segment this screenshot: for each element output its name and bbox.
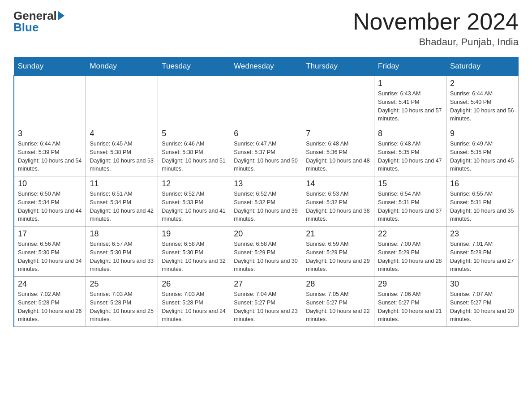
day-number: 29 (378, 279, 442, 289)
day-number: 6 (234, 129, 298, 138)
day-number: 15 (378, 179, 442, 188)
calendar-cell: 3Sunrise: 6:44 AMSunset: 5:39 PMDaylight… (14, 126, 86, 176)
day-number: 1 (378, 79, 442, 88)
day-number: 10 (18, 179, 82, 188)
day-number: 13 (234, 179, 298, 188)
day-info: Sunrise: 7:03 AMSunset: 5:28 PMDaylight:… (162, 290, 226, 324)
calendar-cell: 23Sunrise: 7:01 AMSunset: 5:28 PMDayligh… (446, 227, 519, 277)
calendar-cell: 21Sunrise: 6:59 AMSunset: 5:29 PMDayligh… (302, 227, 374, 277)
day-info: Sunrise: 6:54 AMSunset: 5:31 PMDaylight:… (378, 190, 442, 223)
calendar-cell: 25Sunrise: 7:03 AMSunset: 5:28 PMDayligh… (86, 277, 158, 327)
day-number: 7 (306, 129, 370, 138)
day-info: Sunrise: 7:04 AMSunset: 5:27 PMDaylight:… (234, 290, 298, 324)
calendar-cell: 28Sunrise: 7:05 AMSunset: 5:27 PMDayligh… (302, 277, 374, 327)
day-number: 24 (18, 279, 82, 289)
weekday-row: SundayMondayTuesdayWednesdayThursdayFrid… (14, 57, 519, 76)
day-info: Sunrise: 6:59 AMSunset: 5:29 PMDaylight:… (306, 240, 370, 274)
calendar-cell: 7Sunrise: 6:48 AMSunset: 5:36 PMDaylight… (302, 126, 374, 176)
calendar-cell: 11Sunrise: 6:51 AMSunset: 5:34 PMDayligh… (86, 176, 158, 227)
day-info: Sunrise: 6:53 AMSunset: 5:32 PMDaylight:… (306, 190, 370, 223)
day-number: 14 (306, 179, 370, 188)
day-info: Sunrise: 7:00 AMSunset: 5:29 PMDaylight:… (378, 240, 442, 274)
calendar-cell: 14Sunrise: 6:53 AMSunset: 5:32 PMDayligh… (302, 176, 374, 227)
calendar-cell: 29Sunrise: 7:06 AMSunset: 5:27 PMDayligh… (374, 277, 446, 327)
logo-arrow-icon (58, 11, 64, 20)
day-number: 19 (162, 229, 226, 239)
day-number: 4 (90, 129, 154, 138)
calendar-cell: 12Sunrise: 6:52 AMSunset: 5:33 PMDayligh… (158, 176, 230, 227)
day-number: 22 (378, 229, 442, 239)
day-info: Sunrise: 6:50 AMSunset: 5:34 PMDaylight:… (18, 190, 82, 223)
day-number: 25 (90, 279, 154, 289)
day-info: Sunrise: 6:52 AMSunset: 5:33 PMDaylight:… (162, 190, 226, 223)
calendar-table: SundayMondayTuesdayWednesdayThursdayFrid… (13, 57, 519, 327)
day-info: Sunrise: 6:47 AMSunset: 5:37 PMDaylight:… (234, 140, 298, 173)
weekday-header-wednesday: Wednesday (230, 57, 302, 76)
day-number: 27 (234, 279, 298, 289)
calendar-cell: 24Sunrise: 7:02 AMSunset: 5:28 PMDayligh… (14, 277, 86, 327)
page-header: General Blue November 2024 Bhadaur, Punj… (13, 9, 519, 48)
day-number: 30 (450, 279, 515, 289)
day-info: Sunrise: 7:05 AMSunset: 5:27 PMDaylight:… (306, 290, 370, 324)
day-info: Sunrise: 6:57 AMSunset: 5:30 PMDaylight:… (90, 240, 154, 274)
day-info: Sunrise: 6:58 AMSunset: 5:30 PMDaylight:… (162, 240, 226, 274)
day-info: Sunrise: 6:44 AMSunset: 5:39 PMDaylight:… (18, 140, 82, 173)
calendar-cell: 27Sunrise: 7:04 AMSunset: 5:27 PMDayligh… (230, 277, 302, 327)
day-number: 28 (306, 279, 370, 289)
calendar-cell: 1Sunrise: 6:43 AMSunset: 5:41 PMDaylight… (374, 76, 446, 126)
weekday-header-tuesday: Tuesday (158, 57, 230, 76)
day-number: 21 (306, 229, 370, 239)
day-number: 12 (162, 179, 226, 188)
calendar-cell: 22Sunrise: 7:00 AMSunset: 5:29 PMDayligh… (374, 227, 446, 277)
page-title: November 2024 (353, 9, 519, 34)
day-number: 5 (162, 129, 226, 138)
calendar-cell: 30Sunrise: 7:07 AMSunset: 5:27 PMDayligh… (446, 277, 519, 327)
day-number: 26 (162, 279, 226, 289)
day-info: Sunrise: 7:03 AMSunset: 5:28 PMDaylight:… (90, 290, 154, 324)
day-number: 2 (450, 79, 515, 88)
calendar-cell (158, 76, 230, 126)
weekday-header-thursday: Thursday (302, 57, 374, 76)
day-number: 17 (18, 229, 82, 239)
calendar-cell: 20Sunrise: 6:58 AMSunset: 5:29 PMDayligh… (230, 227, 302, 277)
calendar-cell: 8Sunrise: 6:48 AMSunset: 5:35 PMDaylight… (374, 126, 446, 176)
calendar-cell: 17Sunrise: 6:56 AMSunset: 5:30 PMDayligh… (14, 227, 86, 277)
day-number: 9 (450, 129, 515, 138)
calendar-cell: 9Sunrise: 6:49 AMSunset: 5:35 PMDaylight… (446, 126, 519, 176)
day-info: Sunrise: 7:06 AMSunset: 5:27 PMDaylight:… (378, 290, 442, 324)
day-info: Sunrise: 6:43 AMSunset: 5:41 PMDaylight:… (378, 90, 442, 123)
calendar-cell: 13Sunrise: 6:52 AMSunset: 5:32 PMDayligh… (230, 176, 302, 227)
day-info: Sunrise: 6:44 AMSunset: 5:40 PMDaylight:… (450, 90, 515, 123)
day-number: 20 (234, 229, 298, 239)
logo: General Blue (13, 9, 64, 34)
weekday-header-monday: Monday (86, 57, 158, 76)
calendar-row: 1Sunrise: 6:43 AMSunset: 5:41 PMDaylight… (14, 76, 519, 126)
day-info: Sunrise: 6:56 AMSunset: 5:30 PMDaylight:… (18, 240, 82, 274)
day-info: Sunrise: 7:02 AMSunset: 5:28 PMDaylight:… (18, 290, 82, 324)
weekday-header-saturday: Saturday (446, 57, 519, 76)
day-info: Sunrise: 6:52 AMSunset: 5:32 PMDaylight:… (234, 190, 298, 223)
day-info: Sunrise: 6:49 AMSunset: 5:35 PMDaylight:… (450, 140, 515, 173)
calendar-header: SundayMondayTuesdayWednesdayThursdayFrid… (14, 57, 519, 76)
calendar-cell: 6Sunrise: 6:47 AMSunset: 5:37 PMDaylight… (230, 126, 302, 176)
calendar-cell: 4Sunrise: 6:45 AMSunset: 5:38 PMDaylight… (86, 126, 158, 176)
day-info: Sunrise: 7:01 AMSunset: 5:28 PMDaylight:… (450, 240, 515, 274)
calendar-row: 17Sunrise: 6:56 AMSunset: 5:30 PMDayligh… (14, 227, 519, 277)
logo-blue-text: Blue (13, 21, 39, 34)
calendar-cell (86, 76, 158, 126)
calendar-cell (302, 76, 374, 126)
calendar-body: 1Sunrise: 6:43 AMSunset: 5:41 PMDaylight… (14, 76, 519, 327)
title-section: November 2024 Bhadaur, Punjab, India (353, 9, 519, 48)
weekday-header-sunday: Sunday (14, 57, 86, 76)
calendar-cell: 2Sunrise: 6:44 AMSunset: 5:40 PMDaylight… (446, 76, 519, 126)
day-number: 11 (90, 179, 154, 188)
calendar-row: 24Sunrise: 7:02 AMSunset: 5:28 PMDayligh… (14, 277, 519, 327)
day-info: Sunrise: 6:46 AMSunset: 5:38 PMDaylight:… (162, 140, 226, 173)
calendar-cell (14, 76, 86, 126)
day-number: 23 (450, 229, 515, 239)
calendar-cell: 16Sunrise: 6:55 AMSunset: 5:31 PMDayligh… (446, 176, 519, 227)
calendar-cell: 18Sunrise: 6:57 AMSunset: 5:30 PMDayligh… (86, 227, 158, 277)
day-info: Sunrise: 6:51 AMSunset: 5:34 PMDaylight:… (90, 190, 154, 223)
calendar-row: 10Sunrise: 6:50 AMSunset: 5:34 PMDayligh… (14, 176, 519, 227)
calendar-cell (230, 76, 302, 126)
